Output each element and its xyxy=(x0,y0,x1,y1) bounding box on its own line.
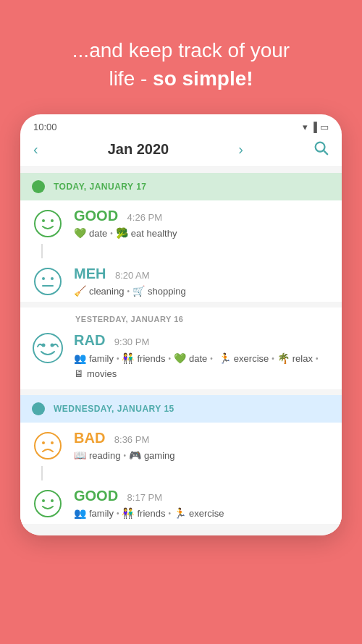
status-time: 10:00 xyxy=(33,122,57,132)
good-emoji-icon xyxy=(32,208,64,240)
entry-rad: RAD 9:30 PM 👥 family • 👫 friends • xyxy=(20,325,342,384)
good2-entry-content: GOOD 8:17 PM 👥 family • 👫 friends • xyxy=(74,488,330,519)
relax-icon: 🌴 xyxy=(277,352,290,364)
search-button[interactable] xyxy=(313,140,329,159)
svg-point-15 xyxy=(35,491,61,517)
next-month-button[interactable]: › xyxy=(238,141,243,158)
day-section-today: TODAY, JANUARY 17 GOOD 4:26 PM xyxy=(20,173,342,302)
friends2-icon: 👫 xyxy=(122,507,134,519)
svg-point-9 xyxy=(33,334,62,363)
today-header: TODAY, JANUARY 17 xyxy=(20,173,342,200)
tag-date2: 💚 date xyxy=(174,352,207,364)
entry-bad: BAD 8:36 PM 📖 reading • 🎮 gaming xyxy=(20,423,342,466)
rad-time: 9:30 PM xyxy=(114,336,149,347)
good-time: 4:26 PM xyxy=(127,212,162,223)
tag-exercise-label: exercise xyxy=(234,353,269,364)
meh-mood-label: MEH xyxy=(74,266,106,281)
date-icon: 💚 xyxy=(74,227,86,239)
header-section: ...and keep track of your life - so simp… xyxy=(0,0,362,114)
tag-cleaning: 🧹 cleaning xyxy=(74,285,124,297)
tag-relax: 🌴 relax xyxy=(277,352,313,364)
tag-family: 👥 family xyxy=(74,352,114,364)
tag-eat-healthy-label: eat healthy xyxy=(131,228,177,239)
bad-emoji-icon xyxy=(32,430,64,462)
reading-icon: 📖 xyxy=(74,449,86,461)
good2-time: 8:17 PM xyxy=(127,492,162,503)
rad-tags: 👥 family • 👫 friends • 💚 date xyxy=(74,352,330,379)
svg-line-1 xyxy=(324,151,327,155)
shopping-icon: 🛒 xyxy=(132,285,145,297)
tag-friends2-label: friends xyxy=(137,508,165,519)
tag-family2: 👥 family xyxy=(74,507,114,519)
svg-point-7 xyxy=(51,277,54,280)
exercise-icon: 🏃 xyxy=(219,352,231,364)
today-label: TODAY, JANUARY 17 xyxy=(54,182,147,192)
rad-emoji-icon xyxy=(32,332,64,364)
meh-emoji-icon xyxy=(32,266,64,297)
family-icon: 👥 xyxy=(74,352,86,364)
tag-exercise2-label: exercise xyxy=(189,508,224,519)
svg-point-4 xyxy=(51,219,54,222)
good-tags: 💚 date • 🥦 eat healthy xyxy=(74,227,330,239)
svg-point-17 xyxy=(51,499,54,502)
tag-family2-label: family xyxy=(89,508,114,519)
tag-friends: 👫 friends xyxy=(122,352,165,364)
tag-exercise2: 🏃 exercise xyxy=(174,507,224,519)
phone-mockup: 10:00 ▾ ▐ ▭ ‹ Jan 2020 › TODAY, JANUARY … xyxy=(20,114,342,535)
good-mood-label: GOOD xyxy=(74,208,118,224)
svg-point-16 xyxy=(42,499,45,502)
entry-good2: GOOD 8:17 PM 👥 family • 👫 friends • xyxy=(20,480,342,524)
month-title: Jan 2020 xyxy=(108,141,169,158)
cleaning-icon: 🧹 xyxy=(74,285,86,297)
tag-shopping-label: shopping xyxy=(148,286,186,297)
date2-icon: 💚 xyxy=(174,352,186,364)
movies-icon: 🖥 xyxy=(74,368,84,379)
wifi-icon: ▾ xyxy=(303,122,308,132)
wednesday-dot xyxy=(32,402,45,415)
wednesday-header: WEDNESDAY, JANUARY 15 xyxy=(20,395,342,423)
tag-friends2: 👫 friends xyxy=(122,507,165,519)
connector-line-2 xyxy=(41,466,43,480)
content-area: TODAY, JANUARY 17 GOOD 4:26 PM xyxy=(20,167,342,535)
svg-point-3 xyxy=(42,219,45,222)
svg-point-10 xyxy=(42,344,46,347)
tag-movies-label: movies xyxy=(87,368,117,379)
tag-gaming: 🎮 gaming xyxy=(129,449,175,461)
exercise2-icon: 🏃 xyxy=(174,507,186,519)
tag-date: 💚 date xyxy=(74,227,107,239)
tag-exercise: 🏃 exercise xyxy=(219,352,269,364)
tag-relax-label: relax xyxy=(292,353,313,364)
good2-emoji-icon xyxy=(32,488,64,520)
tag-reading: 📖 reading xyxy=(74,449,120,461)
bad-tags: 📖 reading • 🎮 gaming xyxy=(74,449,330,461)
family2-icon: 👥 xyxy=(74,507,86,519)
friends-icon: 👫 xyxy=(122,352,134,364)
today-dot xyxy=(32,180,45,193)
yesterday-header: YESTERDAY, JANUARY 16 xyxy=(20,308,342,325)
svg-point-5 xyxy=(35,268,61,295)
tag-date2-label: date xyxy=(189,353,207,364)
connector-line-1 xyxy=(41,244,43,258)
rad-mood-label: RAD xyxy=(74,332,105,348)
good2-tags: 👥 family • 👫 friends • 🏃 exercise xyxy=(74,507,330,519)
svg-point-12 xyxy=(35,433,61,459)
status-bar: 10:00 ▾ ▐ ▭ xyxy=(20,114,342,135)
day-section-yesterday: YESTERDAY, JANUARY 16 RAD 9:30 PM xyxy=(20,308,342,389)
good-entry-content: GOOD 4:26 PM 💚 date • 🥦 eat healthy xyxy=(74,208,330,239)
tag-eat-healthy: 🥦 eat healthy xyxy=(116,227,177,239)
tag-cleaning-label: cleaning xyxy=(89,286,124,297)
bad-entry-content: BAD 8:36 PM 📖 reading • 🎮 gaming xyxy=(74,430,330,461)
gaming-icon: 🎮 xyxy=(129,449,141,461)
tag-friends-label: friends xyxy=(137,353,165,364)
tag-shopping: 🛒 shopping xyxy=(132,285,186,297)
bad-time: 8:36 PM xyxy=(114,434,149,445)
svg-point-2 xyxy=(35,211,61,237)
entry-good: GOOD 4:26 PM 💚 date • 🥦 eat healthy xyxy=(20,200,342,244)
tag-family-label: family xyxy=(89,353,114,364)
day-section-wednesday: WEDNESDAY, JANUARY 15 BAD 8:36 PM xyxy=(20,395,342,524)
tag-movies: 🖥 movies xyxy=(74,368,117,379)
meh-tags: 🧹 cleaning • 🛒 shopping xyxy=(74,285,330,297)
wednesday-label: WEDNESDAY, JANUARY 15 xyxy=(54,404,174,414)
header-line1: ...and keep track of your xyxy=(72,39,290,62)
prev-month-button[interactable]: ‹ xyxy=(33,141,38,158)
